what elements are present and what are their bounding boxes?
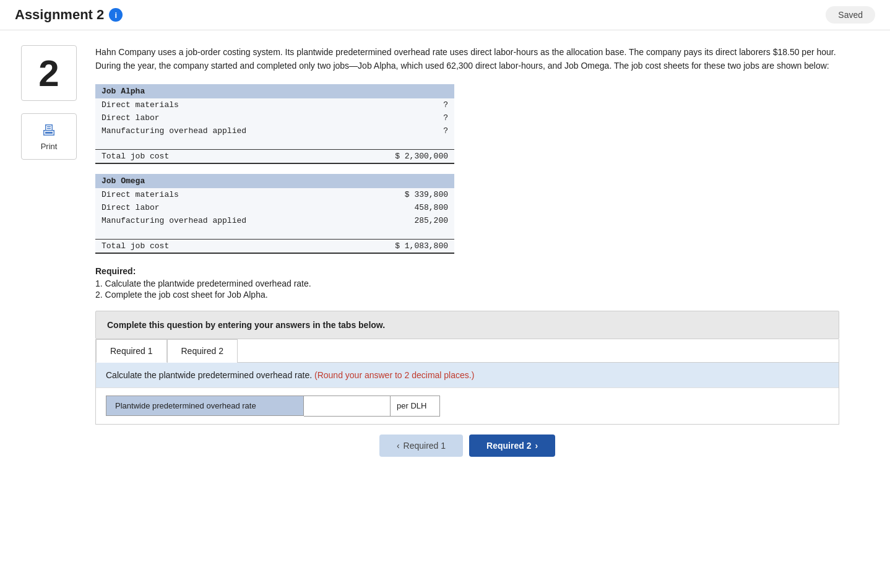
question-number: 2 bbox=[38, 52, 59, 95]
complete-question-box: Complete this question by entering your … bbox=[95, 311, 839, 339]
question-number-box: 2 bbox=[21, 45, 77, 101]
job-tables: Job Alpha Direct materials ? Direct labo… bbox=[95, 84, 839, 254]
job-alpha-header: Job Alpha bbox=[95, 84, 454, 98]
tab-instruction-text: Calculate the plantwide predetermined ov… bbox=[106, 370, 312, 380]
alpha-dl-label: Direct labor bbox=[95, 111, 348, 124]
prev-button-label: Required 1 bbox=[404, 441, 446, 451]
required-title: Required: bbox=[95, 266, 839, 276]
alpha-moh-value: ? bbox=[348, 124, 454, 137]
required-item-2: 2. Complete the job cost sheet for Job A… bbox=[95, 290, 839, 300]
content-area: 2 🖶 Print Hahn Company uses a job-order … bbox=[15, 45, 839, 457]
complete-box-text: Complete this question by entering your … bbox=[107, 320, 385, 330]
omega-dl-value: 458,800 bbox=[348, 201, 454, 214]
tab-required-1[interactable]: Required 1 bbox=[96, 339, 167, 363]
tab-required-2[interactable]: Required 2 bbox=[167, 339, 238, 363]
prev-button[interactable]: ‹ Required 1 bbox=[379, 435, 463, 457]
alpha-total-label: Total job cost bbox=[95, 149, 348, 163]
job-omega-header: Job Omega bbox=[95, 174, 454, 188]
overhead-rate-label: Plantwide predetermined overhead rate bbox=[106, 396, 304, 416]
left-sidebar: 2 🖶 Print bbox=[15, 45, 83, 457]
tab-input-row: Plantwide predetermined overhead rate pe… bbox=[96, 387, 839, 424]
alpha-total-value: $ 2,300,000 bbox=[348, 149, 454, 163]
next-chevron-icon: › bbox=[535, 441, 538, 451]
next-button[interactable]: Required 2 › bbox=[469, 435, 555, 457]
tab-content: Calculate the plantwide predetermined ov… bbox=[96, 363, 839, 424]
page-title: Assignment 2 bbox=[15, 7, 104, 23]
omega-moh-value: 285,200 bbox=[348, 214, 454, 227]
next-button-label: Required 2 bbox=[486, 441, 531, 451]
alpha-dm-label: Direct materials bbox=[95, 98, 348, 111]
tabs-area: Required 1 Required 2 Calculate the plan… bbox=[95, 339, 839, 425]
omega-dm-value: $ 339,800 bbox=[348, 188, 454, 201]
print-box[interactable]: 🖶 Print bbox=[21, 113, 77, 160]
job-alpha-title: Job Alpha bbox=[95, 84, 454, 98]
omega-total-value: $ 1,083,800 bbox=[348, 239, 454, 253]
unit-cell: per DLH bbox=[391, 396, 440, 417]
alpha-moh-label: Manufacturing overhead applied bbox=[95, 124, 348, 137]
alpha-dm-value: ? bbox=[348, 98, 454, 111]
table-row: Direct labor ? bbox=[95, 111, 454, 124]
job-alpha-table: Job Alpha Direct materials ? Direct labo… bbox=[95, 84, 454, 164]
problem-text: Hahn Company uses a job-order costing sy… bbox=[95, 45, 839, 73]
table-row: Direct materials $ 339,800 bbox=[95, 188, 454, 201]
omega-dl-label: Direct labor bbox=[95, 201, 348, 214]
overhead-rate-input[interactable] bbox=[304, 396, 391, 417]
table-row: Total job cost $ 2,300,000 bbox=[95, 149, 454, 163]
header: Assignment 2 i Saved bbox=[0, 0, 890, 30]
alpha-dl-value: ? bbox=[348, 111, 454, 124]
omega-dm-label: Direct materials bbox=[95, 188, 348, 201]
right-content: Hahn Company uses a job-order costing sy… bbox=[95, 45, 839, 457]
tab-instruction-highlight-text: (Round your answer to 2 decimal places.) bbox=[314, 370, 474, 380]
print-icon: 🖶 bbox=[41, 122, 56, 139]
table-row: Manufacturing overhead applied ? bbox=[95, 124, 454, 137]
saved-button[interactable]: Saved bbox=[826, 6, 875, 24]
print-label: Print bbox=[41, 142, 58, 151]
table-row: Manufacturing overhead applied 285,200 bbox=[95, 214, 454, 227]
required-list: 1. Calculate the plantwide predetermined… bbox=[95, 279, 839, 300]
table-row: Direct materials ? bbox=[95, 98, 454, 111]
table-row: Total job cost $ 1,083,800 bbox=[95, 239, 454, 253]
required-item-1: 1. Calculate the plantwide predetermined… bbox=[95, 279, 839, 288]
header-left: Assignment 2 i bbox=[15, 7, 123, 23]
job-omega-table: Job Omega Direct materials $ 339,800 Dir… bbox=[95, 174, 454, 254]
prev-chevron-icon: ‹ bbox=[397, 441, 400, 451]
required-section: Required: 1. Calculate the plantwide pre… bbox=[95, 266, 839, 300]
info-icon[interactable]: i bbox=[109, 8, 123, 22]
omega-total-label: Total job cost bbox=[95, 239, 348, 253]
table-row bbox=[95, 227, 454, 240]
job-omega-title: Job Omega bbox=[95, 174, 454, 188]
main-content: 2 🖶 Print Hahn Company uses a job-order … bbox=[0, 30, 854, 472]
omega-moh-label: Manufacturing overhead applied bbox=[95, 214, 348, 227]
table-row bbox=[95, 137, 454, 150]
table-row: Direct labor 458,800 bbox=[95, 201, 454, 214]
tab-instruction: Calculate the plantwide predetermined ov… bbox=[96, 363, 839, 387]
nav-buttons: ‹ Required 1 Required 2 › bbox=[95, 425, 839, 457]
tabs-header: Required 1 Required 2 bbox=[96, 339, 839, 363]
